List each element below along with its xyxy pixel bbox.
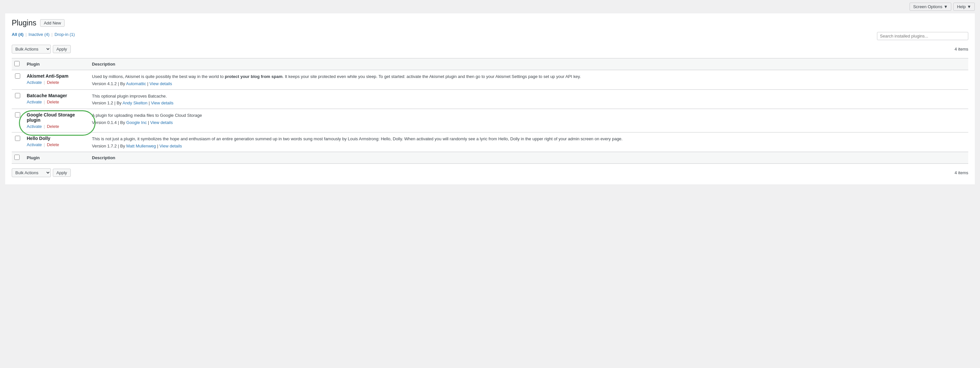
apply-button-bottom[interactable]: Apply: [53, 169, 71, 177]
delete-link[interactable]: Delete: [47, 80, 59, 85]
plugin-desc-cell: A plugin for uploading media files to Go…: [89, 109, 968, 132]
footer-desc-col: Description: [89, 152, 968, 163]
plugin-view-details-link[interactable]: View details: [159, 143, 182, 148]
plugin-view-details-link[interactable]: View details: [150, 120, 173, 125]
plugin-checkbox-2[interactable]: [15, 112, 20, 118]
plugin-checkbox-0[interactable]: [15, 73, 20, 79]
footer-plugin-col: Plugin: [24, 152, 89, 163]
plugin-checkbox-1[interactable]: [15, 93, 20, 98]
plugin-checkbox-cell: [12, 70, 24, 90]
delete-link[interactable]: Delete: [47, 142, 59, 147]
table-row: Hello DollyActivate|DeleteThis is not ju…: [12, 132, 968, 152]
plugin-name-cell: Google Cloud Storage pluginActivate|Dele…: [24, 109, 89, 132]
action-separator: |: [44, 124, 45, 129]
plugin-meta: Version 1.7.2 | By Matt Mullenweg | View…: [92, 143, 965, 148]
plugin-author-link[interactable]: Andy Skelton: [123, 100, 148, 105]
header-checkbox-col: [12, 58, 24, 70]
filter-inactive-link[interactable]: Inactive (4): [29, 32, 49, 37]
delete-link[interactable]: Delete: [47, 99, 59, 104]
action-separator: |: [44, 99, 45, 104]
items-count-bottom: 4 items: [955, 170, 968, 175]
filter-dropin-link[interactable]: Drop-in (1): [54, 32, 75, 37]
plugin-meta: Version 0.1.4 | By Google Inc | View det…: [92, 120, 965, 125]
activate-link[interactable]: Activate: [27, 80, 42, 85]
plugin-actions: Activate|Delete: [27, 142, 86, 147]
plugin-description: A plugin for uploading media files to Go…: [92, 112, 965, 119]
separator-2: |: [51, 32, 52, 37]
table-row: Google Cloud Storage pluginActivate|Dele…: [12, 109, 968, 132]
plugin-version: Version 1.7.2 | By: [92, 143, 126, 148]
plugin-meta: Version 4.1.2 | By Automattic | View det…: [92, 81, 965, 86]
table-row: Akismet Anti-SpamActivate|DeleteUsed by …: [12, 70, 968, 90]
separator-1: |: [25, 32, 26, 37]
plugin-author-link[interactable]: Automattic: [126, 81, 146, 86]
table-header-row: Plugin Description: [12, 58, 968, 70]
plugin-author-link[interactable]: Matt Mullenweg: [126, 143, 156, 148]
table-row: Batcache ManagerActivate|DeleteThis opti…: [12, 89, 968, 109]
plugin-name-text: Google Cloud Storage plugin: [27, 112, 86, 123]
header-plugin-col: Plugin: [24, 58, 89, 70]
plugin-name-text: Akismet Anti-Spam: [27, 73, 86, 79]
plugin-desc-cell: This is not just a plugin, it symbolizes…: [89, 132, 968, 152]
action-separator: |: [44, 80, 45, 85]
apply-button-top[interactable]: Apply: [53, 45, 71, 53]
bottom-toolbar: Bulk Actions Apply 4 items: [12, 166, 968, 179]
plugin-name-cell: Hello DollyActivate|Delete: [24, 132, 89, 152]
page-title: Plugins: [12, 19, 36, 27]
bulk-actions-select-top[interactable]: Bulk Actions: [12, 45, 51, 54]
footer-checkbox-col: [12, 152, 24, 163]
plugin-meta: Version 1.2 | By Andy Skelton | View det…: [92, 100, 965, 105]
plugin-version: Version 0.1.4 | By: [92, 120, 126, 125]
filter-links: All (4) | Inactive (4) | Drop-in (1): [12, 32, 75, 37]
plugin-name-cell: Akismet Anti-SpamActivate|Delete: [24, 70, 89, 90]
action-separator: |: [44, 142, 45, 147]
items-count-top: 4 items: [955, 47, 968, 51]
activate-link[interactable]: Activate: [27, 142, 42, 147]
screen-options-chevron-icon: ▼: [944, 4, 948, 9]
screen-options-button[interactable]: Screen Options ▼: [910, 3, 951, 11]
search-input[interactable]: [877, 32, 968, 40]
top-toolbar: Bulk Actions Apply 4 items: [12, 43, 968, 56]
activate-link[interactable]: Activate: [27, 124, 42, 129]
plugins-table: Plugin Description Akismet Anti-SpamActi…: [12, 58, 968, 164]
filter-all-link[interactable]: All (4): [12, 32, 24, 37]
plugin-author-link[interactable]: Google Inc: [126, 120, 147, 125]
help-label: Help: [957, 4, 966, 9]
plugin-actions: Activate|Delete: [27, 99, 86, 104]
plugin-actions: Activate|Delete: [27, 124, 86, 129]
plugin-view-details-link[interactable]: View details: [151, 100, 173, 105]
plugin-desc-cell: Used by millions, Akismet is quite possi…: [89, 70, 968, 90]
select-all-checkbox-top[interactable]: [14, 61, 19, 66]
help-button[interactable]: Help ▼: [953, 3, 975, 11]
plugin-checkbox-cell: [12, 109, 24, 132]
plugin-desc-cell: This optional plugin improves Batcache.V…: [89, 89, 968, 109]
plugin-description: This optional plugin improves Batcache.: [92, 93, 965, 99]
plugin-name-text: Batcache Manager: [27, 93, 86, 98]
table-footer-row: PluginDescription: [12, 152, 968, 163]
plugin-checkbox-3[interactable]: [15, 136, 20, 141]
screen-options-label: Screen Options: [913, 4, 942, 9]
bulk-actions-select-bottom[interactable]: Bulk Actions: [12, 168, 51, 177]
plugin-checkbox-cell: [12, 132, 24, 152]
activate-link[interactable]: Activate: [27, 99, 42, 104]
plugin-checkbox-cell: [12, 89, 24, 109]
plugin-description: Used by millions, Akismet is quite possi…: [92, 73, 965, 80]
plugin-name-cell: Batcache ManagerActivate|Delete: [24, 89, 89, 109]
plugin-version: Version 1.2 | By: [92, 100, 123, 105]
plugin-actions: Activate|Delete: [27, 80, 86, 85]
plugin-view-details-link[interactable]: View details: [150, 81, 172, 86]
add-new-button[interactable]: Add New: [40, 19, 65, 27]
header-desc-col: Description: [89, 58, 968, 70]
plugin-version: Version 4.1.2 | By: [92, 81, 126, 86]
plugin-name-text: Hello Dolly: [27, 136, 86, 141]
delete-link[interactable]: Delete: [47, 124, 59, 129]
plugin-description: This is not just a plugin, it symbolizes…: [92, 136, 965, 142]
help-chevron-icon: ▼: [967, 4, 971, 9]
select-all-checkbox-bottom[interactable]: [14, 155, 19, 160]
